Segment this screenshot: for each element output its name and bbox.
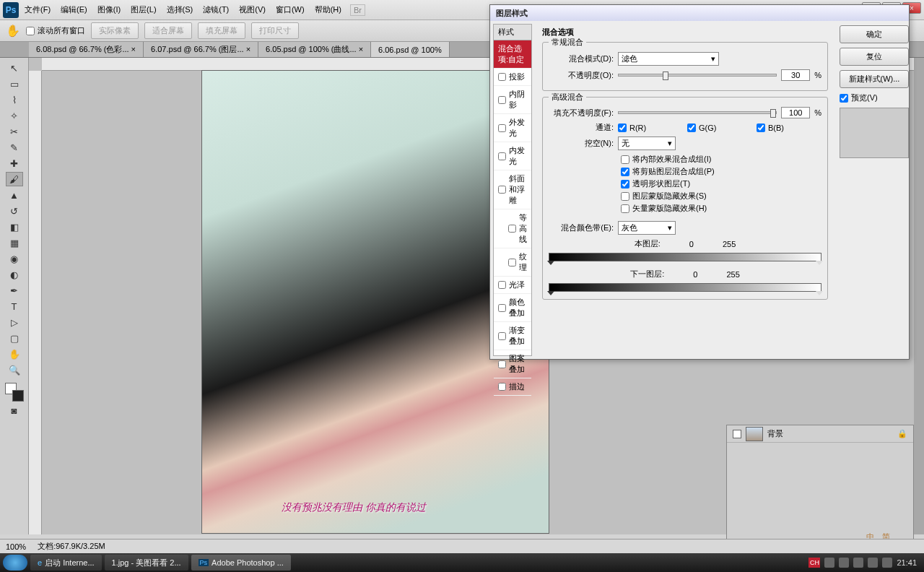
fit-screen-button[interactable]: 适合屏幕 (144, 22, 192, 39)
actual-pixels-button[interactable]: 实际像素 (91, 22, 139, 39)
adv-checkbox[interactable]: 透明形状图层(T) (621, 178, 690, 189)
fill-slider[interactable] (618, 111, 777, 114)
doc-tab[interactable]: 6.08.psd @ 66.7% (色彩... × (29, 42, 144, 57)
style-item[interactable]: 外发光 (494, 114, 531, 142)
start-button[interactable] (3, 555, 27, 571)
style-checkbox[interactable] (508, 225, 516, 233)
menu-filter[interactable]: 滤镜(T) (203, 4, 229, 15)
zoom-tool[interactable]: 🔍 (6, 363, 23, 377)
history-brush-tool[interactable]: ↺ (6, 204, 23, 218)
style-item[interactable]: 等高线 (494, 209, 531, 248)
menu-edit[interactable]: 编辑(E) (61, 4, 87, 15)
style-checkbox[interactable] (498, 360, 506, 368)
style-checkbox[interactable] (498, 152, 506, 160)
heal-tool[interactable]: ✚ (6, 156, 23, 170)
style-item[interactable]: 斜面和浮雕 (494, 170, 531, 209)
style-item[interactable]: 渐变叠加 (494, 322, 531, 350)
color-swatches[interactable] (5, 383, 24, 402)
scroll-all-checkbox[interactable]: 滚动所有窗口 (26, 25, 85, 36)
style-item[interactable]: 混合选项:自定 (494, 40, 531, 69)
stamp-tool[interactable]: ▲ (6, 188, 23, 202)
doc-tab[interactable]: 6.07.psd @ 66.7% (图层... × (144, 42, 258, 57)
style-item[interactable]: 图案叠加 (494, 350, 531, 378)
brush-tool[interactable]: 🖌 (6, 172, 23, 186)
lasso-tool[interactable]: ⌇ (6, 92, 23, 107)
bridge-button[interactable]: Br (350, 4, 365, 16)
layer-row[interactable]: 背景 🔒 (727, 425, 913, 443)
opacity-slider[interactable] (618, 74, 777, 77)
style-item[interactable]: 内发光 (494, 142, 531, 170)
fill-input[interactable] (781, 107, 810, 118)
taskbar-item[interactable]: 1.jpg - 美图看看 2... (105, 555, 188, 571)
dodge-tool[interactable]: ◐ (6, 267, 23, 282)
channel-r-checkbox[interactable]: R(R) (618, 124, 683, 132)
gradient-tool[interactable]: ▦ (6, 235, 23, 250)
blur-tool[interactable]: ◉ (6, 251, 23, 266)
zoom-level[interactable]: 100% (6, 542, 26, 551)
adv-checkbox[interactable]: 图层蒙版隐藏效果(S) (621, 191, 707, 202)
path-tool[interactable]: ▷ (6, 315, 23, 329)
style-checkbox[interactable] (498, 332, 506, 340)
this-layer-gradient[interactable] (549, 253, 821, 261)
menu-file[interactable]: 文件(F) (25, 4, 51, 15)
cancel-button[interactable]: 复位 (840, 48, 909, 66)
ok-button[interactable]: 确定 (840, 25, 909, 43)
channel-g-checkbox[interactable]: G(G) (687, 124, 752, 132)
tray-icon[interactable] (853, 558, 863, 568)
under-layer-gradient[interactable] (549, 283, 821, 292)
hand-tool[interactable]: ✋ (6, 347, 23, 361)
taskbar-item[interactable]: e启动 Interne... (30, 555, 102, 571)
style-item[interactable]: 纹理 (494, 248, 531, 277)
style-item[interactable]: 颜色叠加 (494, 294, 531, 322)
blend-mode-select[interactable]: 滤色▾ (618, 52, 719, 66)
doc-tab[interactable]: 6.06.psd @ 100% (371, 42, 450, 57)
preview-checkbox[interactable]: 预览(V) (840, 92, 909, 103)
style-item[interactable]: 描边 (494, 378, 531, 396)
tray-icon[interactable] (882, 558, 892, 568)
pen-tool[interactable]: ✒ (6, 283, 23, 298)
menu-image[interactable]: 图像(I) (97, 4, 121, 15)
crop-tool[interactable]: ✂ (6, 124, 23, 139)
wand-tool[interactable]: ✧ (6, 108, 23, 123)
adv-checkbox[interactable]: 将剪贴图层混合成组(P) (621, 166, 715, 177)
opacity-input[interactable] (781, 69, 810, 81)
menu-select[interactable]: 选择(S) (167, 4, 193, 15)
shape-tool[interactable]: ▢ (6, 331, 23, 345)
taskbar-item[interactable]: PsAdobe Photoshop ... (191, 555, 291, 571)
tray-icon[interactable] (868, 558, 878, 568)
style-checkbox[interactable] (498, 96, 506, 104)
menu-view[interactable]: 视图(V) (239, 4, 266, 15)
quickmask-tool[interactable]: ◙ (6, 403, 23, 417)
blendif-select[interactable]: 灰色▾ (618, 221, 676, 235)
style-item[interactable]: 内阴影 (494, 86, 531, 114)
eraser-tool[interactable]: ◧ (6, 220, 23, 234)
menu-layer[interactable]: 图层(L) (131, 4, 156, 15)
channel-b-checkbox[interactable]: B(B) (757, 124, 821, 132)
style-checkbox[interactable] (508, 259, 516, 266)
style-checkbox[interactable] (498, 124, 506, 132)
adv-checkbox[interactable]: 矢量蒙版隐藏效果(H) (621, 203, 707, 214)
eyedropper-tool[interactable]: ✎ (6, 140, 23, 155)
adv-checkbox[interactable]: 将内部效果混合成组(I) (621, 154, 711, 165)
menu-window[interactable]: 窗口(W) (276, 4, 305, 15)
style-item[interactable]: 光泽 (494, 277, 531, 294)
marquee-tool[interactable]: ▭ (6, 77, 23, 91)
new-style-button[interactable]: 新建样式(W)... (840, 70, 909, 88)
ime-indicator[interactable]: CH (808, 558, 820, 568)
doc-tab[interactable]: 6.05.psd @ 100% (曲线... × (258, 42, 371, 57)
style-checkbox[interactable] (498, 186, 506, 194)
tray-icon[interactable] (839, 558, 849, 568)
move-tool[interactable]: ↖ (6, 61, 23, 75)
style-checkbox[interactable] (498, 304, 506, 312)
style-checkbox[interactable] (498, 281, 506, 289)
tray-icon[interactable] (824, 558, 834, 568)
type-tool[interactable]: T (6, 299, 23, 313)
style-checkbox[interactable] (498, 73, 506, 81)
style-checkbox[interactable] (498, 383, 506, 391)
print-size-button[interactable]: 打印尺寸 (251, 22, 299, 39)
style-item[interactable]: 投影 (494, 69, 531, 86)
menu-help[interactable]: 帮助(H) (315, 4, 341, 15)
knockout-select[interactable]: 无▾ (618, 136, 676, 150)
fill-screen-button[interactable]: 填充屏幕 (198, 22, 245, 39)
visibility-icon[interactable] (733, 430, 741, 438)
